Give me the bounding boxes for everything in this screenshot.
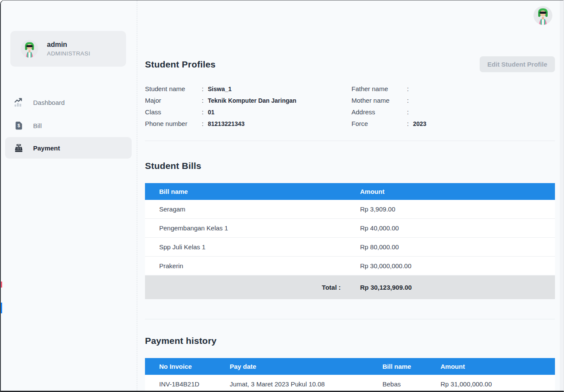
- field-force: Force : 2023: [351, 118, 555, 129]
- edit-student-profile-button[interactable]: Edit Student Profile: [480, 56, 555, 72]
- field-address: Address :: [351, 106, 555, 118]
- field-class: Class : 01: [145, 106, 351, 118]
- sidebar-item-label: Dashboard: [33, 99, 65, 106]
- chart-trending-up-icon: [14, 98, 24, 107]
- payment-history-table: No Invoice Pay date Bill name Amount INV…: [145, 358, 555, 392]
- scrollbar[interactable]: [560, 0, 564, 391]
- column-header-amount: Amount: [360, 188, 555, 195]
- main-content: Student Profiles Edit Student Profile St…: [138, 0, 564, 391]
- bills-total-row: Total : Rp 30,123,909.00: [145, 276, 555, 299]
- app-window: admin ADMINISTRASI Dashboard Bill Paymen…: [0, 0, 564, 392]
- sidebar: admin ADMINISTRASI Dashboard Bill Paymen…: [1, 0, 137, 391]
- table-row: INV-1B4B21D Jumat, 3 Maret 2023 Pukul 10…: [145, 375, 555, 392]
- admin-name: admin: [47, 41, 90, 49]
- table-row: Pengembangan Kelas 1 Rp 40,000.00: [145, 219, 555, 238]
- history-table-header: No Invoice Pay date Bill name Amount: [145, 358, 555, 375]
- section-divider: [145, 319, 555, 319]
- student-bills-table: Bill name Amount Seragam Rp 3,909.00 Pen…: [145, 183, 555, 299]
- payment-history-title: Payment history: [145, 336, 555, 346]
- admin-avatar: [21, 40, 38, 58]
- column-header-no-invoice: No Invoice: [145, 363, 230, 370]
- sidebar-item-payment[interactable]: Payment: [5, 137, 132, 159]
- column-header-amount: Amount: [441, 363, 555, 370]
- table-row: Spp Juli Kelas 1 Rp 80,000.00: [145, 238, 555, 257]
- pay-date: Jumat, 3 Maret 2023 Pukul 10.08: [230, 380, 382, 388]
- user-avatar[interactable]: [533, 6, 552, 25]
- column-header-bill-name: Bill name: [382, 363, 441, 370]
- sidebar-item-bill[interactable]: Bill: [1, 114, 137, 137]
- sidebar-item-dashboard[interactable]: Dashboard: [1, 91, 137, 114]
- sidebar-nav: Dashboard Bill Payment: [1, 91, 137, 159]
- total-label: Total :: [145, 284, 360, 291]
- table-row: Prakerin Rp 30,000,000.00: [145, 257, 555, 276]
- section-divider: [145, 141, 555, 141]
- bill-name: Bebas: [382, 380, 441, 388]
- column-header-bill-name: Bill name: [145, 188, 360, 195]
- bills-table-header: Bill name Amount: [145, 183, 555, 200]
- field-student-name: Student name : Siswa_1: [145, 83, 351, 95]
- student-bills-title: Student Bills: [145, 161, 555, 171]
- cash-register-icon: [14, 143, 24, 153]
- sidebar-item-label: Bill: [33, 122, 42, 129]
- amount: Rp 31,000,000.00: [441, 380, 555, 388]
- total-value: Rp 30,123,909.00: [360, 284, 555, 291]
- field-father-name: Father name :: [351, 83, 555, 95]
- field-phone-number: Phone number : 81213221343: [145, 118, 351, 129]
- table-row: Seragam Rp 3,909.00: [145, 200, 555, 219]
- student-profile-fields: Student name : Siswa_1 Major : Teknik Ko…: [145, 83, 555, 129]
- invoice-number: INV-1B4B21D: [145, 380, 230, 388]
- admin-role: ADMINISTRASI: [47, 50, 90, 57]
- edge-marker-blue: [1, 303, 2, 313]
- student-profile-header: Student Profiles Edit Student Profile: [145, 56, 555, 72]
- bill-document-icon: [14, 121, 24, 131]
- field-mother-name: Mother name :: [351, 95, 555, 106]
- admin-profile-card: admin ADMINISTRASI: [10, 31, 126, 67]
- page-title: Student Profiles: [145, 59, 216, 70]
- field-major: Major : Teknik Komputer Dan Jaringan: [145, 95, 351, 106]
- column-header-pay-date: Pay date: [230, 363, 382, 370]
- edge-marker-red: [1, 282, 2, 288]
- sidebar-item-label: Payment: [33, 144, 60, 152]
